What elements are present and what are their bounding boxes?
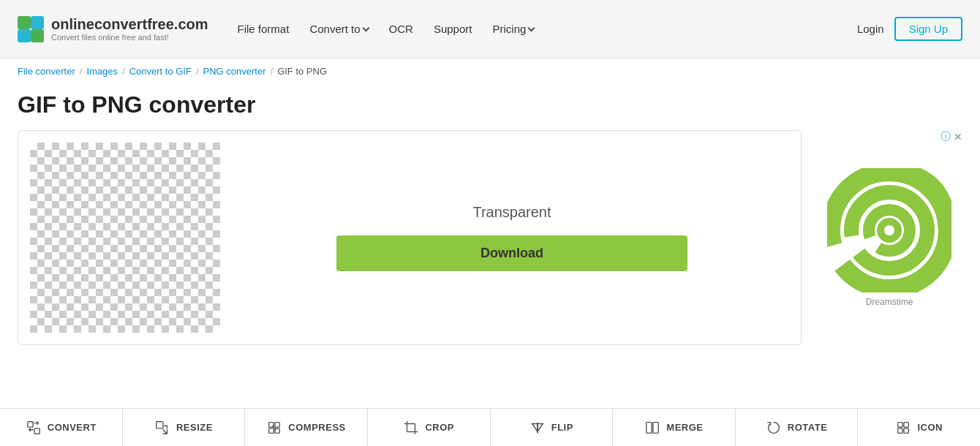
ad-close-icon[interactable]: ✕ [954,131,962,143]
breadcrumb-file-converter[interactable]: File converter [18,66,75,77]
page-title-area: GIF to PNG converter [0,84,980,130]
page-title: GIF to PNG converter [18,91,962,118]
ad-box: Dreamstime [816,146,962,329]
nav-pricing[interactable]: Pricing [492,23,534,35]
svg-point-7 [881,222,898,239]
nav-support[interactable]: Support [434,23,472,35]
converter-box: Transparent Download [18,130,802,345]
breadcrumb-sep-4: / [271,66,274,77]
breadcrumb-images[interactable]: Images [86,66,118,77]
logo-icon [18,16,44,42]
breadcrumb-png-converter[interactable]: PNG converter [203,66,266,77]
ad-spiral-graphic [827,168,951,292]
brand-name: onlineconvertfree.com [51,16,208,32]
breadcrumb-sep-1: / [80,66,83,77]
header: onlineconvertfree.com Convert files onli… [0,0,980,58]
breadcrumb: File converter / Images / Convert to GIF… [0,58,980,84]
nav-file-format[interactable]: File format [238,23,290,35]
brand-area: onlineconvertfree.com Convert files onli… [18,16,208,42]
svg-rect-0 [18,16,31,29]
pricing-chevron-icon [528,24,535,31]
ad-sidebar: ⓘ ✕ Dreamstime [816,130,962,329]
signup-button[interactable]: Sign Up [894,17,962,41]
main-content: Transparent Download ⓘ ✕ Dreamstime [0,130,980,345]
breadcrumb-sep-3: / [196,66,199,77]
converter-right-panel: Transparent Download [235,189,789,286]
download-button[interactable]: Download [336,235,687,271]
svg-rect-3 [31,29,44,42]
image-preview-checkerboard [30,143,220,333]
ad-controls: ⓘ ✕ [816,130,962,143]
svg-point-5 [851,192,927,268]
convert-to-chevron-icon [362,24,369,31]
ad-info-icon[interactable]: ⓘ [941,130,951,143]
login-button[interactable]: Login [857,23,884,35]
breadcrumb-current: GIF to PNG [277,66,327,77]
svg-rect-2 [18,29,31,42]
svg-rect-1 [31,16,44,29]
breadcrumb-sep-2: / [122,66,125,77]
nav-convert-to[interactable]: Convert to [309,23,368,35]
header-actions: Login Sign Up [857,17,962,41]
transparent-label: Transparent [472,204,551,221]
breadcrumb-convert-to-gif[interactable]: Convert to GIF [129,66,192,77]
main-nav: File format Convert to OCR Support Prici… [238,23,857,35]
brand-tagline: Convert files online free and fast! [51,33,208,42]
nav-ocr[interactable]: OCR [389,23,413,35]
ad-brand-name: Dreamstime [866,297,913,307]
